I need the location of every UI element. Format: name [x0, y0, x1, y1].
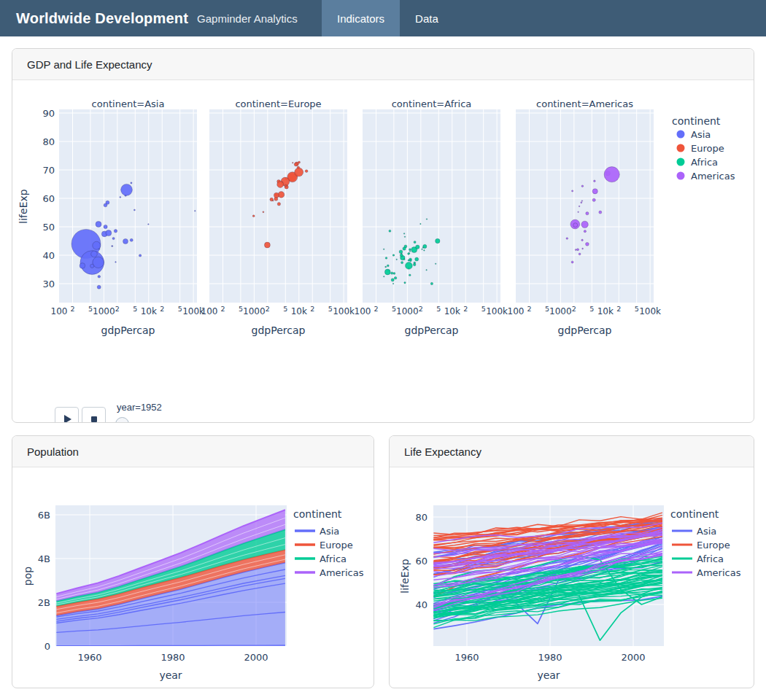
bubble-africa[interactable]	[422, 247, 424, 249]
bubble-asia[interactable]	[106, 230, 112, 236]
legend-item-africa[interactable]: Africa	[295, 553, 347, 564]
bubble-asia[interactable]	[195, 210, 196, 211]
bubble-africa[interactable]	[399, 250, 403, 254]
bubble-africa[interactable]	[384, 269, 390, 275]
bubble-asia[interactable]	[148, 224, 150, 225]
legend-item-asia[interactable]: Asia	[672, 526, 716, 537]
year-slider-track[interactable]	[119, 422, 648, 423]
bubble-africa[interactable]	[416, 245, 419, 249]
bubble-africa[interactable]	[387, 265, 389, 267]
bubble-europe[interactable]	[274, 192, 279, 198]
bubble-africa[interactable]	[414, 262, 416, 264]
bubble-asia[interactable]	[93, 241, 101, 249]
bubble-asia[interactable]	[131, 182, 132, 184]
bubble-africa[interactable]	[426, 219, 428, 220]
bubble-americas[interactable]	[577, 249, 579, 251]
bubble-europe[interactable]	[285, 184, 287, 187]
bubble-africa[interactable]	[414, 241, 416, 244]
bubble-asia[interactable]	[139, 254, 141, 257]
bubble-africa[interactable]	[406, 262, 413, 270]
bubble-africa[interactable]	[400, 254, 403, 257]
bubble-africa[interactable]	[391, 279, 394, 281]
bubble-europe[interactable]	[298, 161, 301, 163]
stop-button[interactable]	[82, 407, 106, 423]
play-button[interactable]	[55, 407, 79, 423]
bubble-africa[interactable]	[408, 253, 410, 255]
legend-item-asia[interactable]: Asia	[677, 129, 711, 140]
bubble-africa[interactable]	[409, 260, 411, 262]
bubble-americas[interactable]	[599, 211, 602, 214]
bubble-asia[interactable]	[123, 238, 128, 244]
bubble-europe[interactable]	[264, 242, 270, 248]
bubble-africa[interactable]	[392, 254, 395, 257]
bubble-africa[interactable]	[389, 230, 391, 232]
bubble-americas[interactable]	[584, 230, 586, 233]
bubble-asia[interactable]	[96, 222, 101, 228]
plot-area[interactable]	[363, 109, 500, 303]
bubble-africa[interactable]	[404, 236, 406, 238]
bubble-europe[interactable]	[305, 170, 308, 173]
bubble-americas[interactable]	[592, 198, 595, 201]
legend-item-europe[interactable]: Europe	[677, 143, 724, 154]
bubble-europe[interactable]	[295, 168, 303, 176]
bubble-americas[interactable]	[582, 248, 584, 249]
bubble-americas[interactable]	[575, 249, 576, 251]
bubble-africa[interactable]	[436, 238, 440, 243]
bubble-africa[interactable]	[385, 266, 387, 268]
bubble-africa[interactable]	[415, 257, 419, 261]
bubble-africa[interactable]	[392, 283, 394, 284]
bubble-africa[interactable]	[403, 259, 405, 260]
bubble-africa[interactable]	[424, 250, 425, 252]
bubble-europe[interactable]	[273, 200, 274, 201]
legend-item-africa[interactable]: Africa	[672, 553, 724, 564]
bubble-asia[interactable]	[112, 237, 115, 239]
bubble-americas[interactable]	[581, 202, 582, 203]
bubble-africa[interactable]	[401, 262, 403, 264]
bubble-americas[interactable]	[578, 211, 579, 213]
bubble-africa[interactable]	[409, 249, 411, 251]
legend-item-africa[interactable]: Africa	[677, 157, 719, 168]
bubble-europe[interactable]	[277, 203, 280, 206]
plot-area[interactable]	[209, 109, 347, 303]
bubble-europe[interactable]	[263, 211, 264, 213]
bubble-africa[interactable]	[430, 282, 433, 284]
bubble-africa[interactable]	[383, 249, 384, 250]
plot-area[interactable]	[59, 109, 197, 303]
bubble-americas[interactable]	[604, 167, 619, 182]
bubble-asia[interactable]	[90, 264, 94, 268]
life-expectancy-line-chart[interactable]: 406080196019802000lifeExpyearcontinentAs…	[390, 467, 754, 687]
bubble-asia[interactable]	[106, 201, 109, 204]
bubble-americas[interactable]	[594, 180, 596, 182]
bubble-americas[interactable]	[581, 239, 583, 241]
bubble-africa[interactable]	[435, 263, 436, 265]
bubble-americas[interactable]	[573, 223, 578, 228]
bubble-africa[interactable]	[426, 270, 428, 271]
scatter-facet-asia[interactable]	[59, 109, 197, 303]
bubble-africa[interactable]	[394, 276, 397, 279]
tab-data[interactable]: Data	[400, 0, 454, 36]
bubble-americas[interactable]	[579, 253, 581, 255]
bubble-asia[interactable]	[80, 263, 85, 269]
bubble-europe[interactable]	[252, 215, 255, 217]
legend-item-americas[interactable]: Americas	[295, 567, 364, 578]
population-area-chart[interactable]: 02B4B6B196019802000popyearcontinentAsiaE…	[12, 467, 374, 687]
scatter-facet-americas[interactable]	[516, 109, 654, 303]
bubble-europe[interactable]	[277, 181, 284, 187]
bubble-americas[interactable]	[566, 238, 568, 240]
scatter-facet-europe[interactable]	[209, 109, 347, 303]
scatter-facet-chart[interactable]: 30405060708090lifeExpcontinent=Asia10010…	[12, 97, 754, 349]
bubble-asia[interactable]	[115, 262, 117, 263]
bubble-americas[interactable]	[572, 190, 573, 192]
bubble-africa[interactable]	[422, 249, 423, 250]
legend-item-americas[interactable]: Americas	[677, 171, 735, 182]
bubble-asia[interactable]	[121, 184, 133, 195]
bubble-asia[interactable]	[104, 225, 107, 228]
legend-item-europe[interactable]: Europe	[295, 540, 353, 551]
bubble-europe[interactable]	[294, 163, 298, 166]
bubble-americas[interactable]	[571, 261, 573, 263]
legend-item-europe[interactable]: Europe	[672, 540, 730, 551]
bubble-asia[interactable]	[97, 285, 101, 289]
scatter-facet-africa[interactable]	[363, 109, 500, 303]
bubble-americas[interactable]	[586, 242, 589, 246]
bubble-americas[interactable]	[581, 201, 583, 202]
